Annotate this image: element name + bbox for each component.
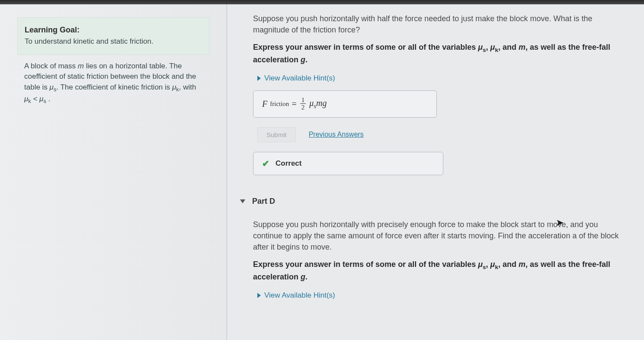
- sidebar: Learning Goal: To understand kinetic and…: [0, 4, 227, 340]
- hints-label: View Available Hint(s): [264, 291, 335, 300]
- problem-setup-text: A block of mass m lies on a horizontal t…: [17, 61, 209, 106]
- answer-lhs-subscript: friction: [270, 100, 289, 108]
- check-icon: ✔: [262, 158, 269, 169]
- triangle-right-icon: [257, 76, 261, 81]
- triangle-right-icon: [257, 293, 261, 298]
- partD-express-instructions: Express your answer in terms of some or …: [253, 259, 627, 282]
- triangle-down-icon: [240, 199, 245, 203]
- fraction-numerator: 1: [300, 97, 306, 104]
- answer-equals: =: [292, 99, 296, 109]
- window-topbar: [0, 0, 644, 4]
- partC-question: Suppose you push horizontally with half …: [253, 13, 627, 35]
- previous-answers-link[interactable]: Previous Answers: [309, 131, 364, 138]
- learning-goal-box: Learning Goal: To understand kinetic and…: [17, 17, 209, 55]
- fraction-denominator: 2: [300, 104, 306, 111]
- main-container: Learning Goal: To understand kinetic and…: [0, 4, 644, 340]
- partC-answer-display: Ffriction = 1 2 μsmg: [253, 90, 437, 118]
- partD-question: Suppose you push horizontally with preci…: [253, 219, 627, 253]
- partC-hints-toggle[interactable]: View Available Hint(s): [257, 74, 335, 83]
- answer-rhs: μsmg: [309, 98, 327, 110]
- hints-label: View Available Hint(s): [264, 74, 335, 83]
- partD-hints-toggle[interactable]: View Available Hint(s): [257, 291, 335, 300]
- partD-header[interactable]: Part D: [240, 197, 627, 206]
- submit-button: Submit: [257, 127, 296, 142]
- learning-goal-text: To understand kinetic and static frictio…: [25, 36, 202, 47]
- partC-express-instructions: Express your answer in terms of some or …: [253, 42, 627, 65]
- answer-lhs-symbol: F: [262, 99, 267, 109]
- feedback-text: Correct: [276, 159, 301, 168]
- learning-goal-title: Learning Goal:: [25, 26, 202, 35]
- main-content: Suppose you push horizontally with half …: [227, 4, 644, 340]
- partC-feedback-box: ✔ Correct: [253, 152, 443, 175]
- partC-controls: Submit Previous Answers: [257, 127, 627, 142]
- partD-title: Part D: [252, 197, 275, 206]
- answer-fraction: 1 2: [300, 97, 306, 111]
